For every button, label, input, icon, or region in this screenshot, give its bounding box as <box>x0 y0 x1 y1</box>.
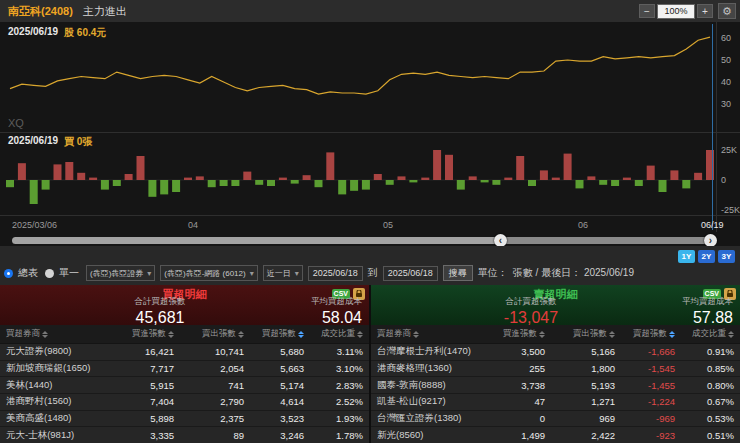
date-to-input[interactable]: 2025/06/18 <box>383 266 438 281</box>
table-row[interactable]: 美商高盛(1480)5,8982,3753,5231.93% <box>0 411 369 428</box>
column-header[interactable]: 賣出張數 <box>551 328 621 340</box>
volume-label-date: 2025/06/19 <box>8 135 58 149</box>
column-header-label: 賣出張數 <box>202 328 236 340</box>
broker-name: 元大證券(9800) <box>0 345 118 358</box>
chart-scrollbar[interactable]: ‹ › <box>0 233 740 247</box>
column-header-label: 買超張數 <box>262 328 296 340</box>
cell-value: 1,271 <box>551 396 621 407</box>
table-row[interactable]: 台灣摩根士丹利(1470)3,5005,166-1,6660.91% <box>371 344 740 361</box>
table-row[interactable]: 港商麥格理(1360)2551,800-1,5450.85% <box>371 361 740 378</box>
column-header-label: 成交比重 <box>321 328 355 340</box>
to-label: 到 <box>368 266 378 280</box>
zoom-in-button[interactable]: + <box>697 4 713 18</box>
midbar: 1Y2Y3Y 總表 單一 (犇亞)犇亞證券 ▾ (犇亞)犇亞-網路 (6012)… <box>0 246 740 285</box>
broker-select[interactable]: (犇亞)犇亞證券 ▾ <box>86 265 155 281</box>
sort-icon <box>238 331 244 338</box>
sort-icon <box>357 331 363 338</box>
sell-total-stat: 合計賣超張數 -13,047 <box>426 296 636 327</box>
column-header[interactable]: 賣超券商 <box>371 328 489 340</box>
radio-single[interactable] <box>45 269 54 278</box>
price-tick: 60 <box>721 33 740 43</box>
toolbar: 總表 單一 (犇亞)犇亞證券 ▾ (犇亞)犇亞-網路 (6012) ▾ 近一日 … <box>4 265 634 281</box>
column-header-label: 賣超張數 <box>633 328 667 340</box>
broker-name: 台灣匯立證券(1380) <box>371 412 489 425</box>
range-button-1y[interactable]: 1Y <box>678 250 695 263</box>
column-header[interactable]: 賣超張數 <box>621 328 681 340</box>
table-row[interactable]: 台灣匯立證券(1380)0969-9690.53% <box>371 411 740 428</box>
table-row[interactable]: 凱基-松山(9217)471,271-1,2240.67% <box>371 394 740 411</box>
cell-value: 5,898 <box>118 413 180 424</box>
date-from-input[interactable]: 2025/06/18 <box>308 266 363 281</box>
volume-tick: 25K <box>721 145 740 155</box>
date-cursor-line <box>712 24 713 230</box>
range-button-3y[interactable]: 3Y <box>718 250 735 263</box>
cell-value: 2,422 <box>551 430 621 441</box>
chevron-down-icon: ▾ <box>147 269 151 278</box>
table-row[interactable]: 美林(1440)5,9157415,1742.83% <box>0 377 369 394</box>
plus-icon: + <box>702 6 708 17</box>
sell-avg-value: 57.88 <box>682 309 733 327</box>
buy-total-label: 合計買超張數 <box>55 296 265 308</box>
column-header[interactable]: 買進張數 <box>489 328 551 340</box>
cell-value: 3.10% <box>310 363 369 374</box>
zoom-controls: − 100% + ⚙ <box>639 3 736 19</box>
zoom-level-value[interactable]: 100% <box>657 4 695 19</box>
x-axis-label: 2025/03/06 <box>12 220 57 230</box>
table-row[interactable]: 國泰-敦南(8888)3,7385,193-1,4550.80% <box>371 377 740 394</box>
cell-value: -969 <box>621 413 681 424</box>
branch-select-value: (犇亞)犇亞-網路 (6012) <box>164 268 245 279</box>
cell-value: 5,166 <box>551 346 621 357</box>
cell-value: 5,174 <box>250 380 310 391</box>
volume-label-value: 買 0張 <box>64 135 92 149</box>
scrollbar-range[interactable] <box>500 237 712 244</box>
cell-value: 89 <box>180 430 250 441</box>
chart-area: 2025/06/19 股 60.4元 XQ 2025/06/19 買 0張 60… <box>0 22 740 246</box>
period-select-value: 近一日 <box>267 268 291 279</box>
settings-button[interactable]: ⚙ <box>718 3 736 19</box>
cell-value: 3,738 <box>489 380 551 391</box>
cell-value: 5,680 <box>250 346 310 357</box>
table-row[interactable]: 元大-士林(981J)3,335893,2461.78% <box>0 427 369 443</box>
radio-summary-label[interactable]: 總表 <box>18 266 38 280</box>
cell-value: 3,500 <box>489 346 551 357</box>
column-header[interactable]: 成交比重 <box>310 328 369 340</box>
column-header-label: 成交比重 <box>692 328 726 340</box>
radio-summary[interactable] <box>4 269 13 278</box>
column-header[interactable]: 買超張數 <box>250 328 310 340</box>
minus-icon: − <box>644 6 650 17</box>
page-title: 主力進出 <box>83 4 127 19</box>
column-header-label: 買進張數 <box>503 328 537 340</box>
cell-value: 5,193 <box>551 380 621 391</box>
cell-value: 3,523 <box>250 413 310 424</box>
sort-icon <box>413 331 419 338</box>
period-select[interactable]: 近一日 ▾ <box>263 265 303 281</box>
cell-value: 16,421 <box>118 346 180 357</box>
search-button[interactable]: 搜尋 <box>443 265 473 281</box>
axis-separator <box>716 22 717 232</box>
unit-label: 單位： <box>478 266 508 280</box>
column-header[interactable]: 成交比重 <box>681 328 740 340</box>
zoom-out-button[interactable]: − <box>639 4 655 18</box>
table-row[interactable]: 新加坡商瑞銀(1650)7,7172,0545,6633.10% <box>0 361 369 378</box>
broker-select-value: (犇亞)犇亞證券 <box>90 268 143 279</box>
cell-value: 1.78% <box>310 430 369 441</box>
radio-single-label[interactable]: 單一 <box>59 266 79 280</box>
branch-select[interactable]: (犇亞)犇亞-網路 (6012) ▾ <box>160 265 257 281</box>
table-row[interactable]: 新光(8560)1,4992,422-9230.51% <box>371 427 740 443</box>
axis-divider <box>0 215 740 216</box>
table-row[interactable]: 元大證券(9800)16,42110,7415,6803.11% <box>0 344 369 361</box>
table-row[interactable]: 港商野村(1560)7,4042,7904,6142.52% <box>0 394 369 411</box>
broker-name: 新光(8560) <box>371 429 489 442</box>
sell-avg-label: 平均賣超成本 <box>682 296 733 308</box>
broker-name: 台灣摩根士丹利(1470) <box>371 345 489 358</box>
column-header[interactable]: 賣出張數 <box>180 328 250 340</box>
buy-total-stat: 合計買超張數 45,681 <box>55 296 265 327</box>
volume-tick: 0 <box>721 175 740 185</box>
range-button-2y[interactable]: 2Y <box>698 250 715 263</box>
sort-icon <box>728 331 734 338</box>
column-header-label: 買進張數 <box>132 328 166 340</box>
cell-value: -1,224 <box>621 396 681 407</box>
column-header[interactable]: 買進張數 <box>118 328 180 340</box>
column-header[interactable]: 買超券商 <box>0 328 118 340</box>
price-tick: 40 <box>721 77 740 87</box>
